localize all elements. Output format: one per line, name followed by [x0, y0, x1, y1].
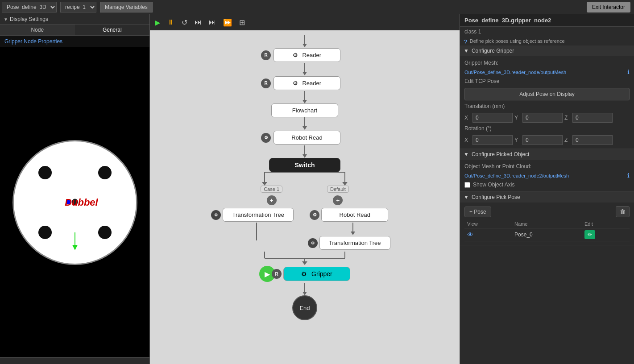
exit-interactor-button[interactable]: Exit Interactor	[587, 2, 630, 12]
left-panel: ▼ Display Settings Node General Gripper …	[0, 14, 149, 364]
gripper-mesh-info-icon[interactable]: ℹ	[627, 69, 630, 75]
play-button[interactable]: ▶	[153, 17, 162, 28]
gripper-node[interactable]: ⚙ Gripper	[283, 267, 350, 281]
gripper-r-icon: R	[272, 269, 282, 279]
triangle-icon: ▼	[4, 17, 8, 22]
pose-name-cell: Pose_0	[512, 228, 582, 241]
end-node[interactable]: End	[292, 295, 317, 320]
configure-gripper-content: Gripper Mesh: Out/Pose_define_3D.reader_…	[460, 56, 634, 149]
object-mesh-link[interactable]: Out/Pose_define_3D.reader_node2/outputMe…	[464, 173, 625, 178]
rz-input[interactable]	[572, 135, 613, 145]
fast-forward-button[interactable]: ⏭	[207, 17, 218, 28]
rx-letter: X	[464, 137, 471, 143]
robot-read1-icon: ⚙	[261, 133, 271, 143]
program-dropdown[interactable]: Pose_define_3D	[2, 2, 57, 12]
show-axis-checkbox[interactable]	[464, 182, 470, 188]
rz-letter: Z	[564, 137, 571, 143]
configure-pick-pose-section: ▼ Configure Pick Pose + Pose 🗑 View Name…	[460, 192, 634, 245]
pose-table: View Name Edit 👁 Pose_0 ✏	[464, 220, 630, 241]
tx-input[interactable]	[472, 113, 513, 123]
flowchart-label: Flowchart	[292, 107, 317, 114]
svg-marker-12	[302, 261, 307, 265]
object-mesh-label-row: Object Mesh or Point Cloud:	[464, 163, 630, 170]
help-icon: ?	[464, 38, 467, 46]
view-icon[interactable]: 👁	[467, 231, 473, 238]
ty-input[interactable]	[522, 113, 563, 123]
panel-bottom	[0, 357, 149, 364]
recipe-dropdown[interactable]: recipe_1	[60, 2, 96, 12]
table-row: 👁 Pose_0 ✏	[464, 228, 630, 241]
object-mesh-label: Object Mesh or Point Cloud:	[464, 163, 531, 170]
configure-pick-pose-content: + Pose 🗑 View Name Edit 👁	[460, 203, 634, 245]
help-text: Define pick poses using object as refere…	[470, 38, 565, 44]
add-pose-button[interactable]: + Pose	[464, 207, 491, 217]
ry-input[interactable]	[522, 135, 563, 145]
adjust-pose-button[interactable]: Adjust Pose on Display	[464, 88, 630, 100]
transform2-node[interactable]: Transformation Tree	[319, 236, 390, 250]
ty-letter: Y	[514, 115, 521, 121]
fc-arrow5	[302, 145, 307, 158]
reader2-node[interactable]: ⚙ Reader	[273, 76, 340, 90]
gripper-mesh-link[interactable]: Out/Pose_define_3D.reader_node/outputMes…	[464, 70, 625, 75]
class-label: class 1	[460, 27, 634, 37]
svg-marker-7	[342, 182, 348, 186]
col-name: Name	[512, 220, 582, 228]
skip-end-button[interactable]: ⏭	[192, 17, 204, 28]
tz-input[interactable]	[572, 113, 613, 123]
transform1-icon: ⚙	[211, 210, 221, 220]
refresh-button[interactable]: ↺	[179, 17, 190, 28]
default-plus-button[interactable]: +	[333, 195, 343, 205]
edit-tcp-label: Edit TCP Pose	[464, 78, 499, 84]
center-panel: ▶ ⏸ ↺ ⏭ ⏭ ⏩ ⊞ R ⚙ Reader	[149, 14, 460, 364]
delete-pose-button[interactable]: 🗑	[616, 206, 630, 217]
switch-node[interactable]: Switch	[269, 158, 340, 172]
fc-arrow4	[302, 117, 307, 130]
tab-node[interactable]: Node	[0, 25, 75, 35]
show-axis-checkbox-label[interactable]: Show Object Axis	[464, 182, 630, 188]
arrow-down	[70, 232, 79, 250]
default-label: Default	[327, 186, 349, 193]
gripper-node-link[interactable]: Gripper Node Properties	[0, 36, 149, 47]
disk-hole-tl	[38, 166, 52, 179]
rotation-label: Rotation (°)	[464, 125, 630, 132]
svg-marker-1	[72, 245, 78, 250]
manage-variables-button[interactable]: Manage Variables	[100, 2, 153, 12]
configure-pick-pose-header[interactable]: ▼ Configure Pick Pose	[460, 192, 634, 203]
pause-button[interactable]: ⏸	[165, 17, 177, 28]
case1-plus-button[interactable]: +	[267, 195, 277, 205]
robot-read2-label: Robot Read	[340, 211, 370, 218]
rx-input[interactable]	[472, 135, 513, 145]
object-mesh-link-row: Out/Pose_define_3D.reader_node2/outputMe…	[464, 172, 630, 179]
fc-arrow2	[302, 63, 307, 75]
top-bar: Pose_define_3D recipe_1 Manage Variables…	[0, 0, 634, 14]
tab-general[interactable]: General	[75, 25, 150, 35]
transform2-label: Transformation Tree	[329, 240, 381, 246]
transform1-label: Transformation Tree	[232, 211, 284, 218]
disk-hole-br	[98, 226, 112, 239]
configure-gripper-header[interactable]: ▼ Configure Gripper	[460, 46, 634, 56]
rp-title: Pose_define_3D.gripper_node2	[460, 14, 634, 27]
step-forward-button[interactable]: ⏩	[221, 17, 234, 28]
robot-read1-node[interactable]: Robot Read	[273, 131, 340, 145]
flowchart-node[interactable]: Flowchart	[271, 103, 338, 117]
object-mesh-info-icon[interactable]: ℹ	[627, 172, 630, 179]
tx-letter: X	[464, 115, 471, 121]
edit-tcp-row: Edit TCP Pose	[464, 78, 630, 85]
node-general-tabs: Node General	[0, 25, 149, 36]
robot-read2-node[interactable]: Robot Read	[321, 208, 388, 222]
reader1-node[interactable]: ⚙ Reader	[273, 48, 340, 62]
flowchart-area[interactable]: R ⚙ Reader R ⚙ Reader	[150, 30, 460, 364]
transform1-node[interactable]: Transformation Tree	[223, 208, 294, 222]
reader1-icon: R	[261, 50, 271, 60]
configure-picked-header[interactable]: ▼ Configure Picked Object	[460, 149, 634, 160]
switch-label: Switch	[294, 161, 315, 169]
edit-pose-button[interactable]: ✏	[584, 230, 595, 239]
display-settings-label: Display Settings	[10, 16, 48, 22]
main-layout: ▼ Display Settings Node General Gripper …	[0, 14, 634, 364]
case1-label: Case 1	[261, 186, 282, 193]
grid-button[interactable]: ⊞	[237, 17, 247, 28]
configure-pick-pose-title: Configure Pick Pose	[472, 194, 520, 200]
viewport-disk: Dubbel	[12, 140, 137, 265]
right-panel: Pose_define_3D.gripper_node2 class 1 ? D…	[460, 14, 634, 364]
configure-gripper-title: Configure Gripper	[472, 48, 514, 54]
